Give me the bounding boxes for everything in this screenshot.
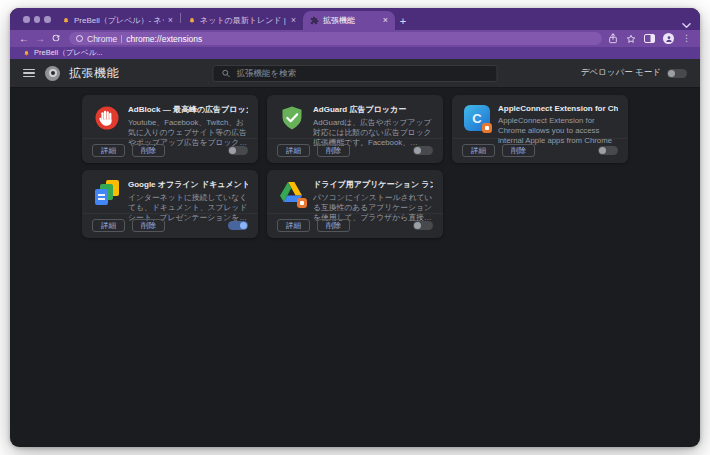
extension-description: AdGuardは、広告やポップアップ対応には比類のない広告ブロック拡張機能です。… xyxy=(313,118,433,147)
bookmark-item[interactable]: PreBell（プレベル... xyxy=(34,48,103,58)
extension-description: AppleConnect Extension for Chrome allows… xyxy=(498,116,618,145)
google-docs-offline-icon xyxy=(94,180,120,206)
browser-window: PreBell（プレベル）- ネットが... × ネットの最新トレンド | Pr… xyxy=(10,8,700,447)
chrome-logo-icon xyxy=(45,66,60,81)
details-button[interactable]: 詳細 xyxy=(92,144,125,157)
tabs: PreBell（プレベル）- ネットが... × ネットの最新トレンド | Pr… xyxy=(55,8,411,30)
bookmark-star-icon[interactable] xyxy=(626,34,636,44)
tab-title: 拡張機能 xyxy=(323,15,379,26)
extension-toggle[interactable] xyxy=(413,146,433,155)
google-drive-launcher-icon xyxy=(279,180,305,206)
close-window-button[interactable] xyxy=(23,16,30,23)
profile-avatar[interactable] xyxy=(663,33,674,44)
tab-strip: PreBell（プレベル）- ネットが... × ネットの最新トレンド | Pr… xyxy=(10,8,700,30)
remove-button[interactable]: 削除 xyxy=(317,144,350,157)
remove-button[interactable]: 削除 xyxy=(317,219,350,232)
extension-toggle[interactable] xyxy=(228,146,248,155)
developer-mode-control: デベロッパー モード xyxy=(581,67,687,79)
remove-button[interactable]: 削除 xyxy=(132,219,165,232)
extension-title: AdGuard 広告ブロッカー xyxy=(313,104,433,115)
remove-button[interactable]: 削除 xyxy=(502,144,535,157)
bell-icon xyxy=(23,50,30,57)
extension-title: ドライブ用アプリケーション ランチャー（Go... xyxy=(313,179,433,190)
tab-extensions-active[interactable]: 拡張機能 × xyxy=(303,11,395,30)
reload-icon[interactable] xyxy=(51,33,61,45)
details-button[interactable]: 詳細 xyxy=(92,219,125,232)
back-icon[interactable]: ← xyxy=(19,34,29,44)
forward-icon[interactable]: → xyxy=(35,34,45,44)
extension-toggle[interactable] xyxy=(228,221,248,230)
address-divider xyxy=(121,35,122,43)
extension-puzzle-icon xyxy=(310,16,319,25)
details-button[interactable]: 詳細 xyxy=(462,144,495,157)
search-input[interactable] xyxy=(237,68,489,78)
developer-mode-toggle[interactable] xyxy=(667,69,687,78)
bookmarks-bar: PreBell（プレベル... xyxy=(10,47,700,59)
address-site-label: Chrome xyxy=(87,34,117,44)
extension-card-adguard: AdGuard 広告ブロッカー AdGuardは、広告やポップアップ対応には比類… xyxy=(267,95,443,163)
bell-icon xyxy=(62,17,70,25)
adguard-shield-icon xyxy=(279,105,305,131)
desktop-background: { "browser": { "tabs": [ { "label": "Pre… xyxy=(0,0,710,455)
appleconnect-icon: C xyxy=(464,105,490,131)
appleconnect-badge-icon xyxy=(482,123,492,133)
remove-button[interactable]: 削除 xyxy=(132,144,165,157)
bell-icon xyxy=(188,17,196,25)
extension-card-docs-offline: Google オフライン ドキュメント インターネットに接続していなくても、ドキ… xyxy=(82,170,258,238)
developer-mode-label: デベロッパー モード xyxy=(581,67,661,79)
site-info-icon[interactable] xyxy=(76,35,83,42)
toolbar-actions: ⋮ xyxy=(608,33,691,44)
new-tab-button[interactable]: + xyxy=(395,11,411,30)
minimize-window-button[interactable] xyxy=(34,16,41,23)
drive-launcher-badge-icon xyxy=(297,198,307,208)
share-icon[interactable] xyxy=(608,33,618,44)
tab-title: PreBell（プレベル）- ネットが... xyxy=(74,15,164,26)
extension-card-adblock: AdBlock — 最高峰の広告ブロッカー Youtube、Facebook、T… xyxy=(82,95,258,163)
tab-prebell-trend[interactable]: ネットの最新トレンド | PreBell × xyxy=(181,11,303,30)
address-bar[interactable]: Chrome chrome://extensions xyxy=(69,32,602,45)
extension-title: AdBlock — 最高峰の広告ブロッカー xyxy=(128,104,248,115)
window-controls xyxy=(23,16,51,23)
extensions-header: 拡張機能 デベロッパー モード xyxy=(10,59,700,88)
tab-search-chevron-icon[interactable] xyxy=(682,15,691,33)
side-panel-icon[interactable] xyxy=(644,34,655,43)
page-title: 拡張機能 xyxy=(69,65,119,82)
extension-card-drive-launcher: ドライブ用アプリケーション ランチャー（Go... パソコンにインストールされて… xyxy=(267,170,443,238)
extension-description: パソコンにインストールされている互換性のあるアプリケーションを使用して、ブラウザ… xyxy=(313,193,433,222)
address-url: chrome://extensions xyxy=(126,34,202,44)
close-tab-icon[interactable]: × xyxy=(291,16,296,25)
extension-title: AppleConnect Extension for Chrome xyxy=(498,104,618,113)
close-tab-icon[interactable]: × xyxy=(383,16,388,25)
extension-card-appleconnect: C AppleConnect Extension for Chrome Appl… xyxy=(452,95,628,163)
browser-toolbar: ← → Chrome chrome://extensions ⋮ xyxy=(10,30,700,47)
extension-toggle[interactable] xyxy=(413,221,433,230)
extension-title: Google オフライン ドキュメント xyxy=(128,179,248,190)
details-button[interactable]: 詳細 xyxy=(277,219,310,232)
extension-description: Youtube、Facebook、Twitch、お気に入りのウェブサイト等の広告… xyxy=(128,118,248,147)
close-tab-icon[interactable]: × xyxy=(168,16,173,25)
tab-title: ネットの最新トレンド | PreBell xyxy=(200,15,287,26)
tab-prebell-home[interactable]: PreBell（プレベル）- ネットが... × xyxy=(55,11,180,30)
extensions-search[interactable] xyxy=(213,65,498,82)
extension-description: インターネットに接続していなくても、ドキュメント、スプレッドシート、プレゼンテー… xyxy=(128,193,248,222)
zoom-window-button[interactable] xyxy=(44,16,51,23)
search-icon xyxy=(222,69,231,78)
extension-toggle[interactable] xyxy=(598,146,618,155)
hamburger-menu-icon[interactable] xyxy=(23,69,35,78)
extensions-grid: AdBlock — 最高峰の広告ブロッカー Youtube、Facebook、T… xyxy=(82,95,628,238)
extensions-content: AdBlock — 最高峰の広告ブロッカー Youtube、Facebook、T… xyxy=(10,88,700,447)
more-menu-icon[interactable]: ⋮ xyxy=(682,34,691,43)
details-button[interactable]: 詳細 xyxy=(277,144,310,157)
adblock-icon xyxy=(94,105,120,131)
